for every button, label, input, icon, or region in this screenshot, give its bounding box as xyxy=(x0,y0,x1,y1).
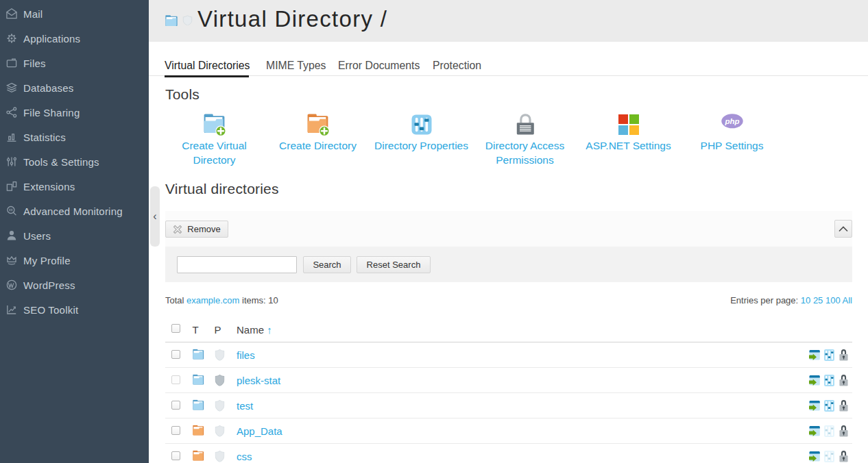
svg-text:php: php xyxy=(724,117,739,125)
